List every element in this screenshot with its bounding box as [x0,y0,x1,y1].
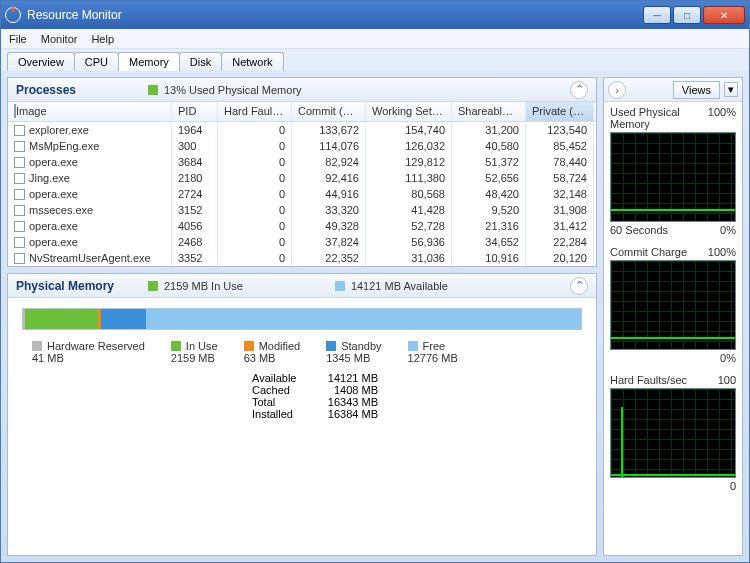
chart3-title: Hard Faults/sec [610,374,687,386]
used-physmem-chart [610,132,736,222]
tab-strip: Overview CPU Memory Disk Network [1,49,749,71]
menu-file[interactable]: File [9,33,27,45]
table-row[interactable]: opera.exe2468037,82456,93634,65222,284 [8,234,596,250]
tab-memory[interactable]: Memory [118,52,180,71]
table-row[interactable]: opera.exe2724044,91680,56848,42032,148 [8,186,596,202]
processes-title: Processes [16,83,136,97]
row-checkbox[interactable] [14,141,25,152]
hard-faults-chart [610,388,736,478]
available-icon [335,281,345,291]
collapse-processes-icon[interactable]: ⌃ [570,81,588,99]
app-icon [5,7,21,23]
table-row[interactable]: NvStreamUserAgent.exe3352022,35231,03610… [8,250,596,266]
tab-disk[interactable]: Disk [179,52,222,71]
titlebar[interactable]: Resource Monitor ─ □ ✕ [1,1,749,29]
row-checkbox[interactable] [14,221,25,232]
tab-cpu[interactable]: CPU [74,52,119,71]
row-checkbox[interactable] [14,173,25,184]
charts-pane: › Views ▾ Used Physical Memory100% 60 Se… [603,77,743,556]
physmem-inuse: 2159 MB In Use [164,280,243,292]
maximize-button[interactable]: □ [673,6,701,24]
expand-charts-icon[interactable]: › [608,81,626,99]
tab-overview[interactable]: Overview [7,52,75,71]
table-row[interactable]: Jing.exe2180092,416111,38052,65658,724 [8,170,596,186]
used-mem-icon [148,85,158,95]
views-dropdown-icon[interactable]: ▾ [724,82,738,97]
memory-bar [22,308,582,330]
menubar: File Monitor Help [1,29,749,49]
resource-monitor-window: Resource Monitor ─ □ ✕ File Monitor Help… [0,0,750,563]
menu-help[interactable]: Help [91,33,114,45]
row-checkbox[interactable] [14,253,25,264]
physmem-title: Physical Memory [16,279,136,293]
chart1-title: Used Physical Memory [610,106,708,130]
table-row[interactable]: msseces.exe3152033,32041,4289,52031,908 [8,202,596,218]
col-private[interactable]: Private (KB) [526,102,594,121]
col-pid[interactable]: PID [172,102,218,121]
table-row[interactable]: opera.exe4056049,32852,72821,31631,412 [8,218,596,234]
process-grid-header: Image PID Hard Faults/sec Commit (KB) Wo… [8,102,596,122]
table-row[interactable]: MsMpEng.exe3000114,076126,03240,58085,45… [8,138,596,154]
chart2-title: Commit Charge [610,246,687,258]
memory-stats: Available14121 MB Cached1408 MB Total163… [252,372,582,420]
inuse-icon [148,281,158,291]
memory-legend: Hardware Reserved41 MB In Use2159 MB Mod… [32,340,582,364]
col-hardfaults[interactable]: Hard Faults/sec [218,102,292,121]
row-checkbox[interactable] [14,157,25,168]
tab-network[interactable]: Network [221,52,283,71]
physical-memory-panel: Physical Memory 2159 MB In Use 14121 MB … [7,273,597,556]
processes-sub: 13% Used Physical Memory [164,84,302,96]
menu-monitor[interactable]: Monitor [41,33,78,45]
table-row[interactable]: explorer.exe19640133,672154,74031,200123… [8,122,596,138]
window-title: Resource Monitor [27,8,643,22]
views-button[interactable]: Views [673,81,720,99]
col-commit[interactable]: Commit (KB) [292,102,366,121]
row-checkbox[interactable] [14,205,25,216]
process-grid-body: explorer.exe19640133,672154,74031,200123… [8,122,596,266]
processes-panel: Processes 13% Used Physical Memory ⌃ Ima… [7,77,597,267]
col-shareable[interactable]: Shareable (KB) [452,102,526,121]
commit-charge-chart [610,260,736,350]
close-button[interactable]: ✕ [703,6,745,24]
physmem-avail: 14121 MB Available [351,280,448,292]
row-checkbox[interactable] [14,237,25,248]
row-checkbox[interactable] [14,189,25,200]
table-row[interactable]: opera.exe3684082,924129,81251,37278,440 [8,154,596,170]
col-workingset[interactable]: Working Set (KB) [366,102,452,121]
minimize-button[interactable]: ─ [643,6,671,24]
collapse-physmem-icon[interactable]: ⌃ [570,277,588,295]
col-image[interactable]: Image [16,105,47,117]
row-checkbox[interactable] [14,125,25,136]
